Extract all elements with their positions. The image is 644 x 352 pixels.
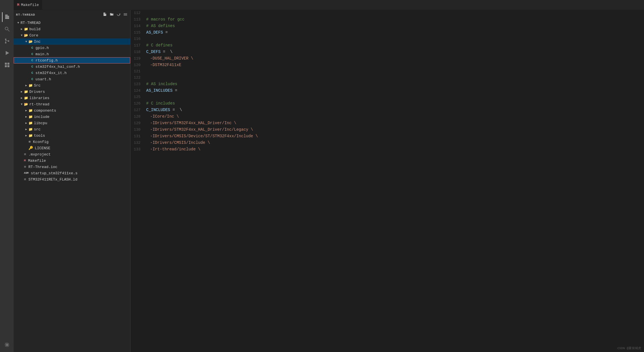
code-line-115: 115 AS_DEFS =: [131, 29, 644, 36]
sidebar-item-stm32it[interactable]: C stm32f4xx_it.h: [14, 70, 130, 76]
ln-127: 127: [131, 107, 146, 113]
new-file-icon[interactable]: [102, 12, 107, 18]
svg-rect-19: [124, 14, 127, 15]
lc-131: -IDrivers/CMSIS/Device/ST/STM32F4xx/Incl…: [146, 133, 258, 139]
settings-icon[interactable]: [2, 340, 12, 350]
makefile-tab[interactable]: M Makefile: [14, 0, 42, 10]
sidebar-item-rtconfig[interactable]: C rtconfig.h: [14, 57, 130, 64]
code-line-131: 131 -IDrivers/CMSIS/Device/ST/STM32F4xx/…: [131, 133, 644, 140]
svg-rect-18: [124, 13, 127, 14]
tree-root[interactable]: ▼ RT-THREAD: [14, 20, 130, 26]
sidebar-item-drivers[interactable]: ▶ 📁 Drivers: [14, 89, 130, 95]
lc-126: # C includes: [146, 100, 175, 107]
source-control-icon[interactable]: [2, 36, 12, 46]
ioc-icon: ≡: [24, 165, 26, 169]
ln-126: 126: [131, 101, 146, 107]
src-core-arrow: ▶: [24, 84, 28, 87]
lc-132: -IDrivers/CMSIS/Include \: [146, 140, 210, 146]
code-line-124: 124 AS_INCLUDES =: [131, 87, 644, 94]
code-line-132: 132 -IDrivers/CMSIS/Include \: [131, 140, 644, 146]
folder-tools-icon: 📁: [28, 134, 33, 138]
sidebar: RT-THREAD ▼ RT-THREAD: [14, 10, 131, 352]
lc-120: -DSTM32F411xE: [146, 62, 181, 68]
include-arrow: ▶: [24, 115, 28, 118]
sidebar-item-flash[interactable]: ≡ STM32F411RETx_FLASH.ld: [14, 176, 130, 183]
tools-arrow: ▶: [24, 134, 28, 137]
sidebar-item-mainh[interactable]: C main.h: [14, 51, 130, 57]
ln-129: 129: [131, 120, 146, 126]
folder-inc-icon: 📂: [28, 40, 33, 44]
ln-113: 113: [131, 17, 146, 23]
svg-rect-3: [5, 18, 9, 19]
folder-drivers-icon: 📁: [24, 90, 28, 94]
sidebar-item-usart[interactable]: C usart.h: [14, 76, 130, 82]
ln-131: 131: [131, 133, 146, 140]
code-line-119: 119 -DUSE_HAL_DRIVER \: [131, 55, 644, 62]
lc-115: AS_DEFS =: [146, 29, 168, 36]
folder-libraries-icon: 📁: [24, 96, 28, 100]
code-line-114: 114 # AS defines: [131, 23, 644, 29]
svg-point-7: [5, 42, 7, 44]
lc-130: -IDrivers/STM32F4xx_HAL_Driver/Inc/Legac…: [146, 126, 253, 133]
sidebar-item-makefile[interactable]: M Makefile: [14, 157, 130, 164]
ln-120: 120: [131, 62, 146, 68]
ln-115: 115: [131, 30, 146, 36]
ln-118: 118: [131, 49, 146, 55]
sidebar-item-src-rt[interactable]: ▶ 📁 src: [14, 126, 130, 132]
extensions-icon[interactable]: [2, 60, 12, 70]
sidebar-item-stm32hal[interactable]: C stm32f4xx_hal_conf.h: [14, 64, 130, 70]
ln-116: 116: [131, 36, 146, 42]
svg-rect-1: [5, 16, 9, 17]
makefile-tab-icon: M: [17, 3, 19, 7]
watermark: CSDN @夏侯城虎: [617, 346, 641, 350]
sidebar-item-include[interactable]: ▶ 📁 include: [14, 114, 130, 120]
ln-119: 119: [131, 56, 146, 62]
activity-bar: [0, 10, 14, 352]
sidebar-item-tools[interactable]: ▶ 📁 tools: [14, 132, 130, 139]
lc-113: # macros for gcc: [146, 16, 184, 22]
sidebar-item-license[interactable]: 🔑 LICENSE: [14, 145, 130, 151]
code-line-118: 118 C_DEFS = \: [131, 49, 644, 55]
folder-src-rt-icon: 📁: [28, 127, 33, 132]
sidebar-item-kconfig[interactable]: ≡ Kconfig: [14, 139, 130, 145]
sidebar-item-core[interactable]: ▼ 📂 Core: [14, 32, 130, 38]
new-folder-icon[interactable]: [109, 12, 114, 18]
root-arrow: ▼: [16, 21, 21, 24]
sidebar-item-startup[interactable]: ASM startup_stm32f411xe.s: [14, 170, 130, 176]
explorer-icon[interactable]: [2, 12, 12, 22]
sidebar-item-libraries[interactable]: ▶ 📁 libraries: [14, 95, 130, 101]
folder-open-icon: 📂: [24, 33, 28, 38]
debug-icon[interactable]: [2, 48, 12, 58]
sidebar-item-gpio[interactable]: C gpio.h: [14, 45, 130, 51]
sidebar-item-rt-thread[interactable]: ▼ 📂 rt-thread: [14, 101, 130, 107]
folder-src-icon: 📁: [28, 83, 33, 88]
sidebar-item-components[interactable]: ▶ 📁 components: [14, 107, 130, 114]
collapse-all-icon[interactable]: [123, 12, 128, 18]
code-line-125: 125: [131, 94, 644, 100]
sidebar-item-libcpu[interactable]: ▶ 📁 libcpu: [14, 120, 130, 126]
lc-127: C_INCLUDES = \: [146, 107, 182, 113]
sidebar-item-mxproject[interactable]: ≡ .mxproject: [14, 151, 130, 157]
code-line-126: 126 # C includes: [131, 100, 644, 107]
svg-rect-0: [5, 15, 8, 15]
folder-components-icon: 📁: [28, 109, 33, 113]
code-area: 112 113 # macros for gcc 114 # AS define…: [131, 10, 644, 153]
sidebar-title: RT-THREAD: [16, 13, 35, 17]
sidebar-item-src-core[interactable]: ▶ 📁 Src: [14, 82, 130, 89]
ln-125: 125: [131, 94, 146, 100]
sidebar-item-inc[interactable]: ▼ 📂 Inc: [14, 38, 130, 45]
refresh-icon[interactable]: [116, 12, 121, 18]
c-icon-stm32hal: C: [31, 65, 33, 68]
ln-133: 133: [131, 146, 146, 153]
c-icon-stm32it: C: [31, 71, 33, 75]
search-icon[interactable]: [2, 24, 12, 34]
ln-130: 130: [131, 127, 146, 133]
makefile-icon: M: [24, 159, 26, 162]
license-icon: 🔑: [28, 146, 33, 150]
sidebar-item-ioc[interactable]: ≡ RT-Thread.ioc: [14, 164, 130, 170]
c-icon-gpio: C: [31, 46, 33, 50]
ln-121: 121: [131, 68, 146, 75]
sidebar-item-build[interactable]: ▶ 📁 build: [14, 26, 130, 32]
ln-112: 112: [131, 10, 146, 16]
inc-arrow: ▼: [24, 40, 28, 43]
